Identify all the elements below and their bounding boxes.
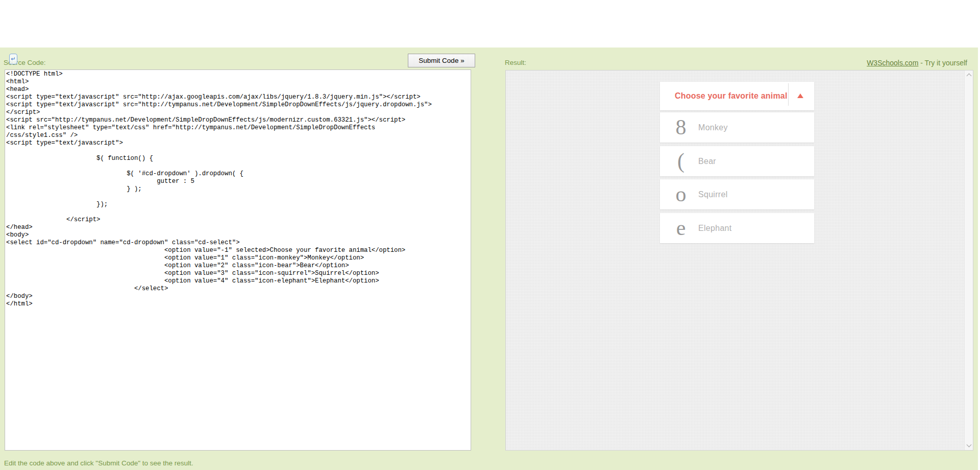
option-label: Squirrel	[698, 179, 728, 209]
broken-image-icon: ↵	[9, 54, 17, 64]
submit-code-button[interactable]: Submit Code »	[408, 54, 475, 67]
option-label: Bear	[698, 146, 716, 176]
scroll-down-icon[interactable]	[967, 442, 972, 448]
dropdown-option-bear[interactable]: ( Bear	[660, 146, 814, 176]
dropdown-option-monkey[interactable]: 8 Monkey	[660, 112, 814, 143]
source-code-textarea[interactable]: <!DOCTYPE html> <html> <head> <script ty…	[5, 69, 471, 451]
dropdown-selected-label: Choose your favorite animal	[675, 82, 788, 110]
dropdown-toggle[interactable]: Choose your favorite animal	[660, 82, 814, 110]
bear-icon: (	[674, 146, 688, 176]
scroll-up-icon[interactable]	[967, 74, 972, 79]
elephant-icon: e	[674, 213, 688, 243]
arrow-up-icon	[797, 93, 803, 98]
dropdown-divider	[788, 83, 789, 106]
dropdown-option-elephant[interactable]: e Elephant	[660, 213, 814, 243]
monkey-icon: 8	[674, 112, 688, 143]
result-frame: Choose your favorite animal 8 Monkey ( B…	[505, 70, 973, 451]
option-label: Elephant	[698, 213, 732, 243]
option-label: Monkey	[698, 112, 728, 143]
squirrel-icon: o	[674, 179, 688, 209]
footer-instruction: Edit the code above and click "Submit Co…	[4, 459, 193, 467]
dropdown-option-squirrel[interactable]: o Squirrel	[660, 179, 814, 209]
brand-suffix: - Try it yourself	[918, 59, 967, 67]
result-scrollbar[interactable]	[964, 70, 973, 450]
brand-bar: W3Schools.com - Try it yourself	[505, 59, 967, 67]
w3schools-link[interactable]: W3Schools.com	[867, 59, 918, 67]
